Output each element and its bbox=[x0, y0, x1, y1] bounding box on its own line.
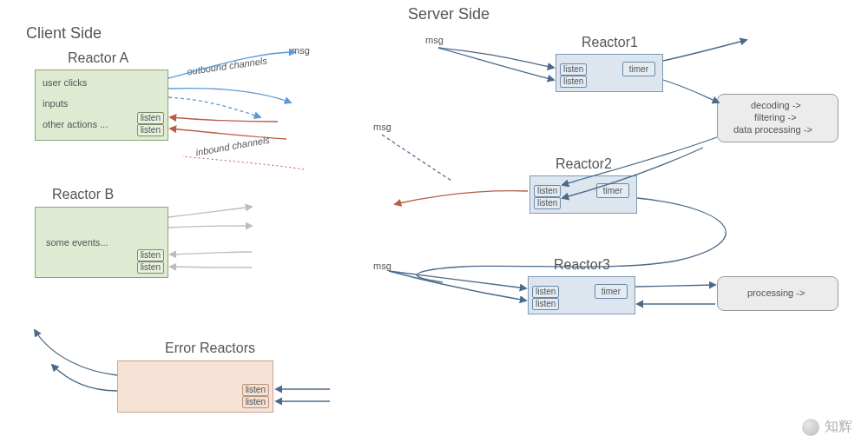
reactor3-listen-1: listen bbox=[532, 286, 559, 298]
reactor1-listen-2: listen bbox=[560, 76, 587, 88]
reactor3-box: listen listen timer bbox=[528, 276, 635, 314]
reactor-b-box: some events... listen listen bbox=[35, 207, 168, 278]
reactor1-msg-label: msg bbox=[425, 35, 444, 45]
reactor2-listen-2: listen bbox=[534, 197, 561, 209]
reactor-b-listen-2: listen bbox=[137, 261, 164, 274]
section-client-title: Client Side bbox=[26, 24, 102, 43]
reactor1-listen-1: listen bbox=[560, 63, 587, 76]
reactor3-timer: timer bbox=[595, 284, 628, 299]
watermark-icon bbox=[802, 419, 819, 436]
inbound-channels-label: inbound channels bbox=[195, 135, 271, 158]
reactor-b-label: Reactor B bbox=[52, 187, 114, 202]
reactor2-timer: timer bbox=[596, 183, 629, 198]
reactor-a-event-3: other actions ... bbox=[43, 119, 108, 129]
pipeline1-line2: filtering -> bbox=[754, 112, 797, 122]
pipeline1-line3: data processing -> bbox=[733, 124, 812, 135]
reactor-a-event-1: user clicks bbox=[43, 77, 87, 88]
reactor2-listen-1: listen bbox=[534, 185, 561, 197]
reactor-a-listen-2: listen bbox=[137, 124, 164, 136]
reactor-a-msg-label: msg bbox=[292, 45, 310, 56]
reactor-a-box: user clicks inputs other actions ... lis… bbox=[35, 69, 168, 141]
error-listen-2: listen bbox=[242, 396, 269, 408]
error-reactors-box: listen listen bbox=[117, 360, 273, 413]
reactor3-label: Reactor3 bbox=[554, 257, 610, 273]
error-reactors-label: Error Reactors bbox=[165, 341, 255, 356]
reactor-a-event-2: inputs bbox=[43, 98, 68, 109]
reactor1-box: listen listen timer bbox=[556, 54, 663, 92]
reactor-a-listen-1: listen bbox=[137, 112, 164, 124]
outbound-channels-label: outbound channels bbox=[187, 56, 268, 77]
section-server-title: Server Side bbox=[408, 5, 490, 23]
reactor1-timer: timer bbox=[622, 62, 655, 76]
reactor-b-event: some events... bbox=[46, 237, 108, 248]
pipeline1-line1: decoding -> bbox=[751, 100, 801, 110]
pipeline1-box: decoding -> filtering -> data processing… bbox=[717, 94, 838, 142]
watermark: 知辉 bbox=[802, 418, 852, 436]
reactor3-msg-label: msg bbox=[373, 261, 391, 271]
reactor-a-label: Reactor A bbox=[68, 50, 128, 66]
pipeline2-line1: processing -> bbox=[747, 288, 805, 298]
pipeline2-box: processing -> bbox=[717, 276, 838, 311]
reactor2-msg-label: msg bbox=[373, 122, 391, 132]
reactor-b-listen-1: listen bbox=[137, 249, 164, 261]
reactor1-label: Reactor1 bbox=[582, 35, 638, 50]
reactor3-listen-2: listen bbox=[532, 298, 559, 310]
watermark-text: 知辉 bbox=[825, 418, 852, 436]
reactor2-box: listen listen timer bbox=[529, 175, 637, 214]
error-listen-1: listen bbox=[242, 384, 269, 396]
reactor2-label: Reactor2 bbox=[556, 156, 612, 172]
